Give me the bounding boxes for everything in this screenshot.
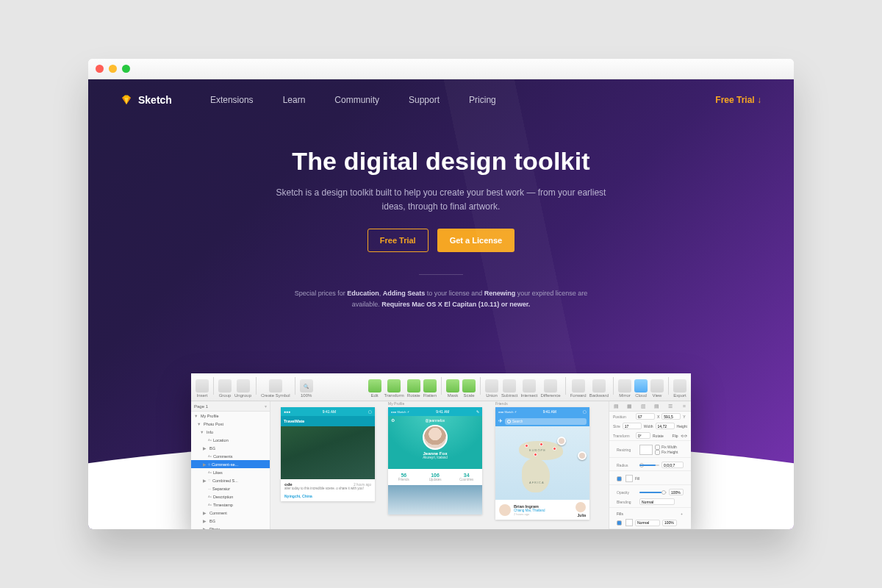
nav-support[interactable]: Support: [409, 95, 440, 105]
top-nav: Sketch Extensions Learn Community Suppor…: [88, 79, 794, 121]
close-window-icon[interactable]: [96, 65, 104, 73]
tb-transform[interactable]: Transform: [384, 379, 404, 398]
search-icon: [507, 420, 511, 423]
hero-lead: Sketch is a design toolkit built to help…: [272, 186, 610, 214]
sketch-logo-icon: [121, 94, 132, 106]
tb-mirror[interactable]: Mirror: [618, 379, 631, 398]
tb-rotate[interactable]: Rotate: [407, 379, 420, 398]
tb-forward[interactable]: Forward: [570, 379, 587, 398]
tb-mask[interactable]: Mask: [446, 379, 459, 398]
fine-print: Special prices for Education, Adding Sea…: [283, 288, 599, 309]
brand[interactable]: Sketch: [121, 94, 172, 106]
width-input[interactable]: [623, 423, 642, 429]
app-toolbar: Insert Group Ungroup Create Symbol 🔍100%…: [191, 373, 691, 401]
layer-row[interactable]: ▶Photo: [191, 525, 270, 529]
tb-group[interactable]: Group: [218, 379, 232, 398]
free-trial-button[interactable]: Free Trial: [368, 229, 429, 252]
layer-row[interactable]: AaDescription: [191, 492, 270, 501]
blending-select[interactable]: [639, 498, 675, 505]
layers-panel: Page 1 ▾ ▼My Profile▼Photo Post▼InfoAaLo…: [191, 401, 270, 529]
layer-row[interactable]: AaLikes: [191, 468, 270, 476]
align-tabs[interactable]: ▤▦▥▤☰≡: [609, 401, 691, 412]
pos-y-input[interactable]: [662, 413, 681, 420]
tb-edit[interactable]: Edit: [368, 379, 381, 398]
tb-cloud[interactable]: Cloud: [634, 379, 648, 398]
layer-row[interactable]: ▼Info: [191, 428, 270, 436]
tb-intersect[interactable]: Intersect: [520, 379, 537, 398]
avatar: [499, 504, 511, 516]
tb-backward[interactable]: Backward: [589, 379, 609, 398]
divider: [419, 274, 463, 275]
height-input[interactable]: [656, 423, 675, 429]
layer-row[interactable]: ▶◇Comment-se...: [191, 460, 270, 468]
artboard-label: Friends: [495, 401, 508, 406]
hero-title: The digital design toolkit: [132, 147, 750, 176]
layer-row[interactable]: ▼Photo Post: [191, 420, 270, 428]
nav-community[interactable]: Community: [334, 95, 379, 105]
tb-insert[interactable]: Insert: [196, 379, 209, 398]
tb-export[interactable]: Export: [673, 379, 686, 398]
page-viewport: Sketch Extensions Learn Community Suppor…: [88, 79, 794, 529]
tb-difference[interactable]: Difference: [540, 379, 560, 398]
nav-free-trial[interactable]: Free Trial ↓: [715, 95, 761, 105]
page-selector[interactable]: Page 1 ▾: [191, 401, 270, 412]
inspector-panel: ▤▦▥▤☰≡ Position X Y Size Width Height Tr…: [609, 401, 691, 529]
radius-input[interactable]: [662, 462, 684, 468]
app-screenshot: Insert Group Ungroup Create Symbol 🔍100%…: [191, 373, 691, 529]
tb-union[interactable]: Union: [485, 379, 498, 398]
avatar: [423, 425, 448, 450]
artboard-friends[interactable]: ●●● Sketch ⚡︎9:41 AM▢ ✈ Search EUROPE AF…: [495, 407, 589, 520]
artboard-photo-post[interactable]: ●●●9:41 AM▢ TravelMate ode 2 hours ago a…: [281, 407, 375, 501]
pos-x-input[interactable]: [636, 413, 655, 420]
layer-row[interactable]: AaLocation: [191, 436, 270, 444]
tb-create-symbol[interactable]: Create Symbol: [261, 379, 290, 398]
artboard-label: My Profile: [388, 401, 404, 406]
layer-row[interactable]: —Separator: [191, 484, 270, 492]
tb-flatten[interactable]: Flatten: [423, 379, 437, 398]
layer-row[interactable]: ▼My Profile: [191, 412, 270, 420]
rotate-input[interactable]: [636, 432, 650, 439]
window-titlebar: [88, 59, 794, 79]
nav-pricing[interactable]: Pricing: [469, 95, 496, 105]
layer-row[interactable]: ▶♡Combined S...: [191, 476, 270, 484]
tb-zoom[interactable]: 🔍100%: [300, 379, 313, 398]
hero: The digital design toolkit Sketch is a d…: [88, 121, 794, 309]
artboard-my-profile[interactable]: ●●● Sketch ⚡︎9:41 AM✎ ⚙ @jeannefox Jeann…: [388, 407, 482, 514]
layer-row[interactable]: AaTimestamp: [191, 501, 270, 509]
brand-name: Sketch: [138, 94, 172, 106]
canvas[interactable]: ●●●9:41 AM▢ TravelMate ode 2 hours ago a…: [270, 401, 609, 529]
nav-learn[interactable]: Learn: [283, 95, 306, 105]
zoom-window-icon[interactable]: [122, 65, 130, 73]
tb-scale[interactable]: Scale: [462, 379, 476, 398]
tb-subtract[interactable]: Subtract: [501, 379, 517, 398]
layer-row[interactable]: ▶Comment: [191, 509, 270, 517]
tb-ungroup[interactable]: Ungroup: [234, 379, 251, 398]
get-license-button[interactable]: Get a License: [437, 229, 515, 252]
nav-extensions[interactable]: Extensions: [210, 95, 254, 105]
tb-view[interactable]: View: [650, 379, 664, 398]
layer-row[interactable]: ▶BG: [191, 444, 270, 452]
minimize-window-icon[interactable]: [109, 65, 117, 73]
layer-row[interactable]: ▶BG: [191, 517, 270, 525]
opacity-input[interactable]: [669, 489, 684, 495]
layer-row[interactable]: AaComments: [191, 452, 270, 460]
search-input[interactable]: Search: [505, 418, 587, 425]
browser-window: Sketch Extensions Learn Community Suppor…: [88, 59, 794, 529]
hero-buttons: Free Trial Get a License: [132, 229, 750, 252]
